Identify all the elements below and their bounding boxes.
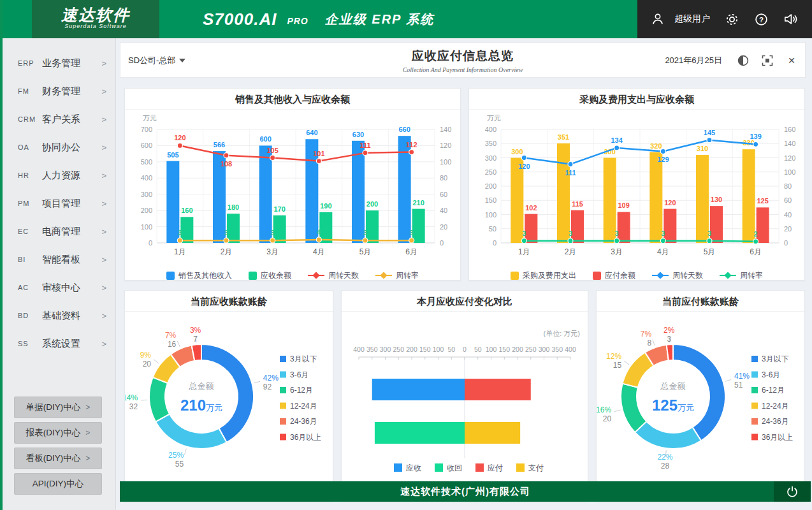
sidebar-item-ss[interactable]: SS系统设置>: [3, 330, 115, 358]
close-icon[interactable]: ×: [785, 54, 799, 68]
chart-title: 当前应付账款账龄: [597, 291, 804, 312]
legend-item[interactable]: 24-36月: [280, 417, 317, 426]
legend-item[interactable]: 36月以上: [751, 433, 793, 442]
logo-title: 速达软件: [32, 6, 159, 23]
legend-item[interactable]: 支付: [516, 463, 544, 472]
module-label: 智能看板: [42, 254, 101, 266]
svg-text:5月: 5月: [704, 247, 716, 256]
chevron-right-icon: >: [101, 283, 106, 293]
theme-contrast-icon[interactable]: [736, 54, 750, 68]
legend-item[interactable]: 应付: [475, 463, 503, 472]
sidebar-item-bd[interactable]: BD基础资料>: [3, 302, 115, 330]
donut-slice[interactable]: [156, 414, 226, 449]
sidebar-item-fm[interactable]: FM财务管理>: [3, 77, 115, 105]
legend-item[interactable]: 3-6月: [751, 370, 780, 379]
sidebar-item-oa[interactable]: OA协同办公>: [3, 133, 115, 161]
svg-text:万元: 万元: [143, 114, 157, 122]
svg-text:101: 101: [313, 150, 324, 157]
logo-subtitle: Superdata Software: [32, 23, 159, 29]
diy-docs-button[interactable]: 单据(DIY)中心>: [14, 397, 102, 418]
svg-text:400: 400: [565, 346, 576, 353]
diy-api-button[interactable]: API(DIY)中心: [14, 473, 102, 495]
module-label: 人力资源: [42, 170, 101, 182]
chevron-right-icon: >: [101, 255, 106, 265]
diy-reports-button[interactable]: 报表(DIY)中心>: [14, 422, 102, 444]
svg-text:100: 100: [485, 211, 497, 219]
svg-text:60: 60: [784, 196, 792, 204]
svg-text:12-24月: 12-24月: [762, 402, 789, 411]
legend-square-icon: [249, 272, 257, 280]
svg-text:4月: 4月: [313, 247, 325, 256]
svg-text:6月: 6月: [405, 247, 417, 256]
svg-text:120: 120: [440, 142, 451, 149]
donut-slice[interactable]: [673, 344, 725, 441]
mirror-bar-chart: (单位: 万元)40035030025020015010050050100150…: [342, 312, 588, 484]
legend-item[interactable]: 6-12月: [751, 386, 785, 395]
chevron-right-icon: >: [101, 87, 106, 96]
svg-text:3: 3: [410, 229, 414, 237]
svg-text:3月: 3月: [611, 247, 623, 256]
donut-slice[interactable]: [149, 377, 170, 422]
svg-text:5月: 5月: [359, 247, 372, 256]
line-point: [270, 156, 275, 161]
svg-text:20: 20: [603, 414, 612, 423]
line-point: [177, 143, 182, 148]
legend-item[interactable]: 3月以下: [280, 354, 317, 363]
legend-item[interactable]: 周转天数: [652, 270, 703, 281]
legend-item[interactable]: 采购及费用支出: [511, 270, 576, 281]
svg-text:130: 130: [711, 196, 722, 203]
donut-slice[interactable]: [635, 421, 701, 449]
chevron-right-icon: >: [101, 227, 106, 237]
sidebar-item-bi[interactable]: BI智能看板>: [3, 245, 115, 273]
legend-item[interactable]: 12-24月: [280, 402, 317, 411]
help-icon[interactable]: ?: [753, 11, 769, 27]
legend-item[interactable]: 3月以下: [751, 354, 789, 363]
svg-text:180: 180: [228, 203, 239, 211]
legend-item[interactable]: 销售及其他收入: [166, 270, 232, 281]
app-window: 速达软件 Superdata Software S7000.AI PRO 企业级…: [0, 0, 812, 510]
sidebar-item-crm[interactable]: CRM客户关系>: [3, 105, 115, 133]
chevron-right-icon: >: [101, 339, 106, 349]
svg-text:3: 3: [667, 335, 671, 344]
svg-text:15: 15: [613, 361, 622, 370]
sidebar-item-hr[interactable]: HR人力资源>: [3, 161, 115, 189]
svg-text:0: 0: [463, 346, 467, 353]
svg-text:3: 3: [178, 229, 182, 237]
chart-title: 当前应收账款账龄: [125, 291, 333, 312]
svg-text:28: 28: [661, 462, 670, 470]
sidebar-item-ec[interactable]: EC电商管理>: [3, 217, 115, 245]
legend-item[interactable]: 周转天数: [308, 270, 359, 281]
bar: [618, 212, 630, 243]
user-menu[interactable]: 超级用户: [650, 11, 710, 27]
legend-item[interactable]: 24-36月: [751, 417, 789, 426]
legend-line-icon: [652, 272, 669, 279]
svg-text:134: 134: [611, 136, 623, 144]
sidebar-item-erp[interactable]: ERP业务管理>: [3, 49, 115, 77]
svg-text:1月: 1月: [518, 247, 530, 256]
legend-item[interactable]: 36月以上: [280, 433, 321, 442]
legend-item[interactable]: 应付余额: [593, 270, 635, 281]
company-selector[interactable]: SD公司-总部: [128, 43, 185, 78]
donut-slice[interactable]: [201, 344, 254, 442]
donut-slice[interactable]: [621, 384, 646, 433]
legend-item[interactable]: 周转率: [720, 270, 763, 281]
legend-item[interactable]: 12-24月: [751, 402, 789, 411]
svg-text:140: 140: [440, 126, 451, 133]
bar: [273, 215, 286, 243]
legend-item[interactable]: 收回: [435, 463, 462, 472]
settings-gear-icon[interactable]: [724, 11, 739, 27]
legend-item[interactable]: 6-12月: [280, 386, 313, 395]
legend-item[interactable]: 应收: [394, 463, 421, 472]
sidebar-item-pm[interactable]: PM项目管理>: [3, 189, 115, 217]
power-button[interactable]: [774, 481, 811, 502]
fullscreen-icon[interactable]: [760, 54, 774, 68]
svg-text:200: 200: [141, 207, 152, 214]
svg-text:25%: 25%: [168, 451, 184, 460]
svg-text:0: 0: [493, 239, 497, 247]
legend-item[interactable]: 应收余额: [249, 270, 291, 281]
diy-dashboard-button[interactable]: 看板(DIY)中心>: [14, 448, 102, 469]
announcement-speaker-icon[interactable]: [783, 11, 798, 27]
legend-item[interactable]: 3-6月: [280, 370, 308, 379]
legend-item[interactable]: 周转率: [375, 270, 419, 281]
sidebar-item-ac[interactable]: AC审核中心>: [3, 273, 115, 302]
